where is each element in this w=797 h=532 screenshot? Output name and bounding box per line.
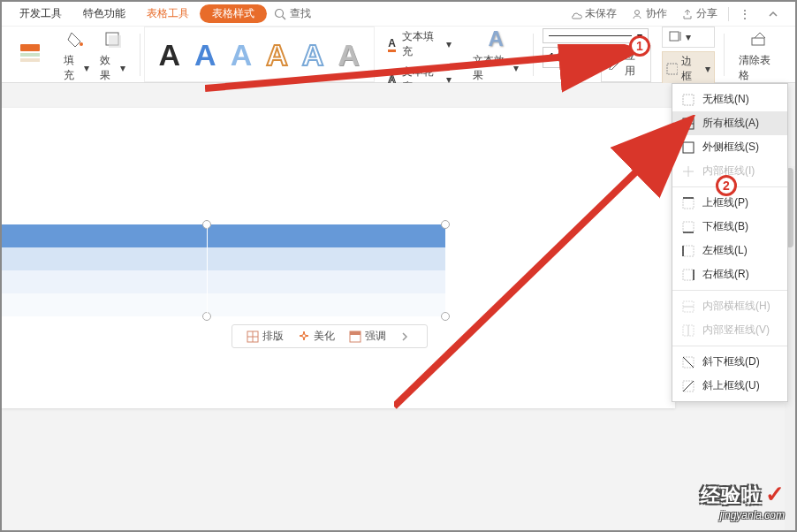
annotation-arrow-1 [205,44,647,97]
table-row[interactable] [0,270,445,293]
border-dropdown-button[interactable]: 边框▾ [662,51,715,87]
watermark: 经验啦✓ jingyanla.com [701,481,785,521]
emphasize-button[interactable]: 强调 [342,329,393,344]
svg-rect-3 [20,44,40,51]
border-icon [666,63,678,75]
menubar: 开发工具 特色功能 表格工具 表格样式 查找 未保存 协作 分享 ⋮ [2,2,795,27]
annotation-badge-1: 1 [629,35,650,57]
emphasize-label: 强调 [365,329,386,344]
layout-icon [247,331,259,343]
svg-line-41 [205,51,629,88]
clear-label: 清除表格 [739,53,779,83]
user-icon [631,8,643,20]
wordart-style-1[interactable]: A [152,40,188,70]
svg-point-0 [276,9,284,17]
svg-point-2 [635,10,640,14]
menu-no-border[interactable]: 无框线(N) [672,87,787,111]
divider [728,7,729,21]
sparkle-icon [298,331,310,343]
svg-rect-8 [109,35,121,48]
shape-style-group [7,27,53,82]
collab-button[interactable]: 协作 [624,6,674,21]
fill-button[interactable]: 填充▾ [58,27,95,83]
svg-rect-4 [20,53,40,57]
svg-rect-17 [350,331,361,335]
table-row[interactable] [0,247,445,270]
effect-icon [102,29,122,49]
beautify-label: 美化 [314,329,335,344]
tab-table-style[interactable]: 表格样式 [200,4,267,23]
eraser-icon [749,29,769,49]
annotation-arrow-2 [394,115,703,415]
svg-rect-12 [752,38,764,45]
clear-table-button[interactable]: 清除表格 [733,27,785,83]
collapse-ribbon[interactable] [761,9,788,19]
collab-label: 协作 [646,6,667,21]
svg-rect-18 [683,95,694,105]
effect-label: 效果 [100,53,120,83]
bucket-icon [66,29,86,49]
search-icon [274,8,286,20]
search-label: 查找 [290,6,311,21]
chevron-up-icon [768,9,778,19]
layout-button[interactable]: 排版 [239,329,291,344]
effect-button[interactable]: 效果▾ [95,27,131,83]
more-menu[interactable]: ⋮ [732,8,757,20]
svg-line-1 [283,16,286,19]
search-button[interactable]: 查找 [274,6,311,21]
svg-rect-9 [670,32,679,41]
check-icon: ✓ [765,481,785,508]
shape-style-button[interactable] [12,42,48,68]
tab-table-tools[interactable]: 表格工具 [136,6,200,21]
svg-rect-11 [667,64,678,74]
border-color-button[interactable]: ▾ [662,27,715,48]
watermark-text: 经验啦 [701,483,762,509]
beautify-button[interactable]: 美化 [291,329,342,344]
fill-label: 填充 [64,53,84,83]
emphasize-icon [349,331,361,343]
svg-rect-5 [20,58,40,62]
unsaved-label: 未保存 [585,6,617,21]
share-icon [681,8,694,20]
selected-table[interactable]: 排版 美化 强调 [0,224,445,316]
table-row[interactable] [0,293,445,316]
layout-label: 排版 [262,329,284,344]
watermark-url: jingyanla.com [701,509,785,521]
share-label: 分享 [696,6,717,21]
unsaved-indicator[interactable]: 未保存 [563,6,624,21]
svg-point-6 [80,42,83,46]
border-label: 边框 [681,54,702,84]
svg-line-42 [394,124,686,407]
border-color-icon [668,30,682,44]
cloud-icon [570,8,582,20]
annotation-badge-2: 2 [716,175,737,196]
share-button[interactable]: 分享 [674,6,725,21]
table-row[interactable] [0,224,445,247]
tab-dev-tools[interactable]: 开发工具 [9,6,72,21]
tab-features[interactable]: 特色功能 [72,6,136,21]
